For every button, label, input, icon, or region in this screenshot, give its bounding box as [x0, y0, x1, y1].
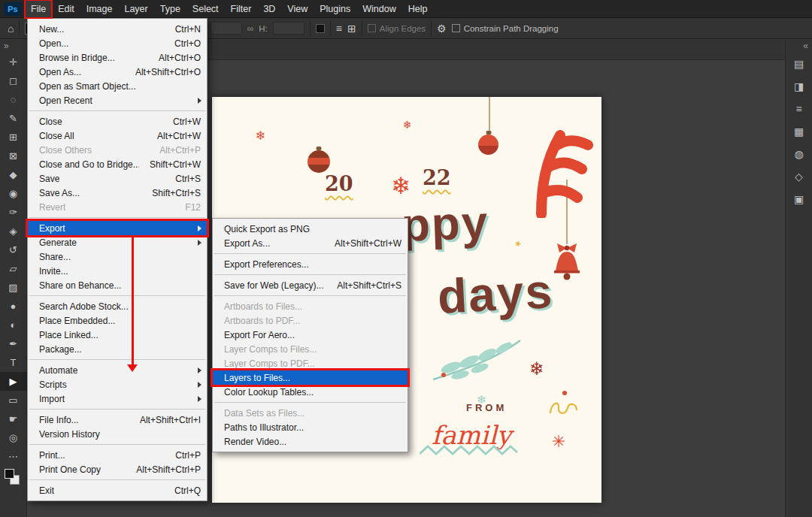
menu-item[interactable]: New... Ctrl+N	[28, 22, 207, 36]
frame-tool[interactable]: ⊠	[0, 147, 27, 165]
width-input[interactable]	[211, 22, 242, 35]
constrain-path-option[interactable]: Constrain Path Dragging	[452, 24, 559, 33]
menu-item[interactable]: Open Recent	[28, 93, 207, 107]
menu-item[interactable]: Artboards to PDF...	[213, 313, 408, 328]
menu-item[interactable]: Save As... Shift+Ctrl+S	[28, 186, 207, 200]
marquee-tool[interactable]: ◻	[0, 71, 27, 90]
menu-item[interactable]: Quick Export as PNG	[213, 222, 408, 236]
menu-item[interactable]: Place Linked...	[28, 328, 207, 342]
menu-help[interactable]: Help	[402, 0, 434, 18]
menu-item[interactable]: Share...	[28, 249, 207, 264]
menu-view[interactable]: View	[281, 0, 314, 18]
menu-item[interactable]: Exit Ctrl+Q	[28, 483, 207, 497]
layers-to-files-menu-item[interactable]: Layers to Files...	[213, 370, 408, 385]
paths-panel-icon[interactable]: ◇	[786, 165, 812, 188]
menu-item[interactable]: Invite...	[28, 264, 207, 278]
menu-item[interactable]: Open as Smart Object...	[28, 79, 207, 93]
healing-brush-tool[interactable]: ◉	[0, 184, 27, 203]
menu-item[interactable]: Close Others Alt+Ctrl+P	[28, 143, 207, 157]
menu-item[interactable]: Paths to Illustrator...	[213, 420, 408, 434]
menu-item[interactable]: Close All Alt+Ctrl+W	[28, 128, 207, 143]
export-menu-item[interactable]: Export	[28, 221, 207, 235]
expand-tools-icon[interactable]: »	[0, 39, 26, 53]
layers-panel-icon[interactable]: ▣	[786, 188, 812, 210]
menu-item[interactable]: Open As... Alt+Shift+Ctrl+O	[28, 65, 207, 79]
menu-item[interactable]: Import	[28, 392, 207, 406]
menu-item[interactable]: Render Video...	[213, 434, 408, 449]
hand-tool[interactable]: ☛	[0, 410, 27, 428]
menu-item[interactable]: Revert F12	[28, 200, 207, 214]
menu-3d[interactable]: 3D	[257, 0, 281, 18]
path-alignment-icon[interactable]: ≡	[336, 23, 342, 34]
shape-mode-icon[interactable]	[316, 24, 325, 33]
menu-item[interactable]: Close and Go to Bridge... Shift+Ctrl+W	[28, 157, 207, 171]
menu-item[interactable]: Place Embedded...	[28, 313, 207, 328]
object-selection-tool[interactable]: ✎	[0, 109, 27, 128]
menu-item[interactable]: Browse in Bridge... Alt+Ctrl+O	[28, 50, 207, 65]
menu-item[interactable]: Export As... Alt+Shift+Ctrl+W	[213, 236, 408, 250]
menu-item[interactable]: Version History	[28, 427, 207, 441]
blur-tool[interactable]: ●	[0, 297, 27, 316]
menu-type[interactable]: Type	[154, 0, 186, 18]
clone-stamp-tool[interactable]: ◈	[0, 222, 27, 240]
eyedropper-tool[interactable]: ◆	[0, 165, 27, 184]
menu-edit[interactable]: Edit	[52, 0, 80, 18]
menu-item[interactable]: Search Adobe Stock...	[28, 299, 207, 313]
eraser-tool[interactable]: ▱	[0, 259, 27, 278]
menu-item[interactable]: Artboards to Files...	[213, 299, 408, 313]
history-brush-tool[interactable]: ↺	[0, 240, 27, 259]
home-icon[interactable]: ⌂	[8, 23, 14, 34]
rectangle-tool[interactable]: ▭	[0, 391, 27, 410]
pen-tool[interactable]: ✒	[0, 334, 27, 353]
move-tool[interactable]: ✛	[0, 53, 27, 71]
menu-item[interactable]: Color Lookup Tables...	[213, 385, 408, 399]
menu-filter[interactable]: Filter	[225, 0, 258, 18]
properties-panel-icon[interactable]: ≡	[786, 98, 812, 120]
foreground-color-chip[interactable]	[5, 469, 14, 479]
height-input[interactable]	[273, 22, 304, 35]
menu-item[interactable]: Export For Aero...	[213, 328, 408, 342]
constrain-path-checkbox[interactable]	[452, 24, 460, 32]
menu-item[interactable]: Layer Comps to Files...	[213, 342, 408, 356]
menu-item[interactable]: Scripts	[28, 377, 207, 392]
gradient-tool[interactable]: ▨	[0, 278, 27, 297]
lasso-tool[interactable]: ◌	[0, 90, 27, 109]
menu-select[interactable]: Select	[186, 0, 225, 18]
align-edges-option[interactable]: Align Edges	[368, 24, 426, 33]
menu-item[interactable]: Print One Copy Alt+Shift+Ctrl+P	[28, 462, 207, 476]
crop-tool[interactable]: ⊞	[0, 128, 27, 147]
menu-item[interactable]: Generate	[28, 235, 207, 249]
menu-item[interactable]: File Info... Alt+Shift+Ctrl+I	[28, 413, 207, 427]
menu-item[interactable]: Open... Ctrl+O	[28, 36, 207, 50]
brush-tool[interactable]: ✑	[0, 203, 27, 222]
align-edges-checkbox[interactable]	[368, 24, 376, 32]
menu-layer[interactable]: Layer	[118, 0, 153, 18]
menu-item[interactable]: Export Preferences...	[213, 257, 408, 271]
menu-item[interactable]: Share on Behance...	[28, 278, 207, 292]
zoom-tool[interactable]: ◎	[0, 428, 27, 447]
menu-plugins[interactable]: Plugins	[314, 0, 356, 18]
adjustments-panel-icon[interactable]: ◨	[786, 75, 812, 98]
collapse-panels-icon[interactable]: «	[786, 39, 812, 53]
menu-image[interactable]: Image	[80, 0, 119, 18]
menu-item[interactable]: Save Ctrl+S	[28, 171, 207, 186]
menu-window[interactable]: Window	[356, 0, 401, 18]
menu-item[interactable]: Automate	[28, 363, 207, 377]
menu-item[interactable]: Data Sets as Files...	[213, 406, 408, 420]
path-selection-tool[interactable]: ▶	[0, 372, 27, 391]
menu-item[interactable]: Print... Ctrl+P	[28, 448, 207, 462]
path-operations-icon[interactable]: ⊞	[347, 23, 356, 34]
menu-item[interactable]: Close Ctrl+W	[28, 114, 207, 128]
foreground-background-colors[interactable]	[0, 466, 27, 487]
swatches-panel-icon[interactable]: ▦	[786, 120, 812, 143]
link-dimensions-icon[interactable]: ∞	[247, 24, 254, 33]
gear-icon[interactable]: ⚙	[437, 23, 447, 34]
libraries-panel-icon[interactable]: ▤	[786, 53, 812, 75]
menu-file[interactable]: File	[25, 0, 52, 18]
materials-panel-icon[interactable]: ◍	[786, 143, 812, 165]
menu-item[interactable]: Layer Comps to PDF...	[213, 356, 408, 370]
type-tool[interactable]: T	[0, 353, 27, 372]
menu-item[interactable]: Package...	[28, 342, 207, 356]
dodge-tool[interactable]: ◐	[0, 316, 27, 334]
menu-item[interactable]: Save for Web (Legacy)... Alt+Shift+Ctrl+…	[213, 278, 408, 292]
